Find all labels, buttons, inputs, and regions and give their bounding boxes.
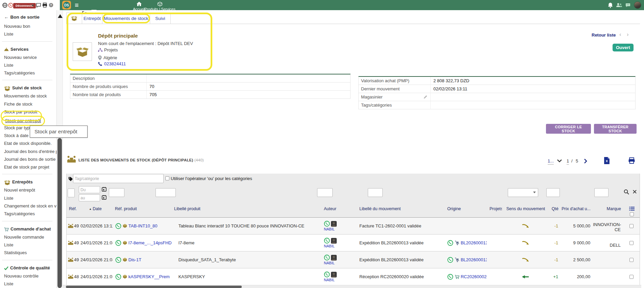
column-header-projets[interactable]: Projets	[487, 203, 502, 218]
search-icon[interactable]	[624, 189, 629, 195]
whatsapp-icon[interactable]	[115, 274, 121, 280]
calendar-icon[interactable]	[102, 187, 106, 192]
whatsapp-icon[interactable]	[324, 238, 330, 244]
whatsapp-icon[interactable]	[447, 257, 453, 263]
sidebar-item-nouvel-entrep-t[interactable]: Nouvel entrepôt	[4, 186, 56, 194]
horizontal-scrollbar-thumb[interactable]	[66, 286, 242, 288]
calendar-icon[interactable]	[102, 195, 106, 200]
sidebar-scrollbar-thumb[interactable]	[57, 138, 62, 288]
whatsapp-status-icon[interactable]	[8, 3, 13, 8]
tab-suivi[interactable]: Suivi	[150, 13, 170, 24]
printer-icon[interactable]	[42, 3, 47, 7]
sidebar-item-mouvements-de-stock[interactable]: Mouvements de stock	[4, 92, 56, 100]
column-header-libprod[interactable]: Libellé produit	[171, 203, 321, 218]
author-link[interactable]: NABIL	[324, 244, 335, 248]
prev-record-icon[interactable]: ‹	[619, 31, 621, 38]
phone-link[interactable]: 023824411	[104, 61, 126, 66]
sidebar-item-journal-des-bons-de-sortie-p-[interactable]: Journal des bons de sortie p...	[4, 155, 56, 163]
tag-category-filter-input[interactable]	[73, 174, 164, 183]
sidebar-item-stock-par-produit[interactable]: Stock par produit	[4, 108, 56, 116]
sidebar-item-changement-de-stock-en-vrac[interactable]: Changement de stock en vrac	[4, 202, 56, 210]
select-all-checkbox[interactable]	[630, 212, 634, 216]
product-ref-filter-input[interactable]	[109, 188, 124, 197]
globe-icon[interactable]	[2, 3, 7, 8]
date-from-input[interactable]	[79, 186, 100, 193]
sidebar-item-tags-cat-gories[interactable]: Tags/catégories	[4, 69, 56, 77]
brand-filter-input[interactable]	[594, 188, 609, 197]
user-avatar[interactable]	[634, 1, 641, 9]
qty-filter-input[interactable]	[546, 188, 560, 197]
row-checkbox[interactable]	[629, 275, 634, 279]
product-label-filter-input[interactable]	[156, 188, 176, 197]
sidebar-item-journal-des-bons-d-entr-e-per-[interactable]: Journal des bons d'entrée per...	[4, 148, 56, 155]
sidebar-item-fiche-de-stock[interactable]: Fiche de stock	[4, 100, 56, 108]
sidebar-item-statistiques[interactable]: Statistiques	[4, 249, 56, 257]
sidebar-item-liste[interactable]: Liste	[4, 280, 56, 288]
whatsapp-icon[interactable]	[115, 257, 121, 263]
column-header-qte[interactable]: Qté	[549, 203, 561, 218]
next-page-icon[interactable]	[584, 159, 587, 163]
transfer-stock-button[interactable]: TRANSFÉRER STOCK	[594, 124, 637, 134]
sidebar-item-nouveau-bon[interactable]: Nouveau bon	[4, 22, 56, 30]
menu-produits-services[interactable]: Produits | Services	[144, 1, 176, 11]
author-link[interactable]: NABIL	[324, 261, 335, 265]
sidebar-item-stock-par-entrep-t[interactable]: Stock par entrepôt	[4, 116, 56, 124]
origin-link[interactable]: BL202600013	[461, 240, 487, 245]
date-to-input[interactable]	[79, 194, 100, 201]
whatsapp-icon[interactable]	[324, 221, 330, 227]
sidebar-item-etat-de-stock-disponible-[interactable]: Etat de stock disponible.	[4, 139, 56, 147]
sidebar-item-nouveau-contr-le[interactable]: Nouveau contrôle	[4, 272, 56, 280]
menu-collapse-arrow-icon[interactable]	[58, 14, 63, 18]
or-operator-checkbox[interactable]	[165, 176, 169, 180]
whatsapp-icon[interactable]	[447, 274, 453, 280]
origin-link[interactable]: RC202600020	[461, 274, 487, 279]
whatsapp-icon[interactable]	[115, 223, 121, 229]
column-header-ref[interactable]: Réf.	[66, 203, 78, 218]
excel-export-icon[interactable]: x	[604, 157, 610, 164]
bell-icon[interactable]	[608, 2, 613, 8]
sidebar-scrollbar[interactable]	[56, 10, 63, 288]
sidebar-item-nouvelle-commande[interactable]: Nouvelle commande	[4, 233, 56, 241]
sidebar-item-liste[interactable]: Liste	[4, 241, 56, 249]
ref-filter-input[interactable]	[68, 189, 75, 197]
chat-bubble-icon[interactable]	[36, 3, 41, 7]
back-arrow-icon[interactable]: ←	[4, 15, 9, 20]
product-ref-link[interactable]: kASPERSKY__Prem	[128, 274, 170, 279]
current-page[interactable]: 1	[567, 158, 569, 164]
column-header-marque[interactable]: Marque	[593, 203, 624, 218]
whatsapp-icon[interactable]	[324, 271, 330, 278]
author-link[interactable]: NABIL	[324, 227, 335, 231]
product-ref-link[interactable]: I7-8eme_..._14psFHD	[128, 240, 172, 245]
horizontal-scrollbar[interactable]	[63, 285, 641, 288]
row-checkbox[interactable]	[629, 258, 634, 262]
row-checkbox[interactable]	[629, 224, 634, 228]
projects-line[interactable]: Projets	[98, 47, 118, 52]
sidebar-item-nouveau-service[interactable]: Nouveau service	[4, 53, 56, 61]
direction-filter-select[interactable]	[508, 188, 538, 197]
app-logo[interactable]: DS	[62, 1, 71, 9]
sidebar-item-liste[interactable]: Liste	[4, 61, 56, 69]
product-ref-link[interactable]: TAB-INT10_80	[128, 223, 158, 228]
status-caret-icon[interactable]	[31, 5, 34, 6]
whatsapp-icon[interactable]	[324, 254, 330, 261]
tab-mouvements-de-stock[interactable]: Mouvements de stock	[102, 13, 150, 24]
sidebar-item-etat-de-stock-par-projet[interactable]: Etat de stock par projet	[4, 163, 56, 171]
correct-stock-button[interactable]: CORRIGER LE STOCK	[546, 124, 591, 134]
product-ref-link[interactable]: Dis-1T	[128, 257, 141, 262]
print-list-icon[interactable]	[628, 157, 635, 164]
column-header-prix[interactable]: Prix d'achat u...	[561, 203, 593, 218]
sidebar-item-tags-cat-gories[interactable]: Tags/catégories	[4, 210, 56, 218]
column-header-sens[interactable]: Sens du mouvement	[502, 203, 549, 218]
author-link[interactable]: NABIL	[324, 278, 335, 282]
sidebar-item-liste[interactable]: Liste	[4, 30, 56, 38]
edit-pencil-icon[interactable]	[423, 95, 428, 99]
tab-entrepot[interactable]: Entrepôt	[82, 13, 102, 24]
column-header-date[interactable]: ▲Date	[78, 203, 112, 218]
movement-label-filter-input[interactable]	[368, 188, 383, 197]
page-size-selector[interactable]: 1...	[548, 158, 554, 164]
next-record-icon[interactable]: ›	[627, 31, 629, 38]
sidebar-item-liste[interactable]: Liste	[4, 194, 56, 202]
row-checkbox[interactable]	[629, 241, 634, 245]
users-icon[interactable]	[616, 3, 622, 7]
origin-link[interactable]: BL202600013	[461, 257, 487, 262]
